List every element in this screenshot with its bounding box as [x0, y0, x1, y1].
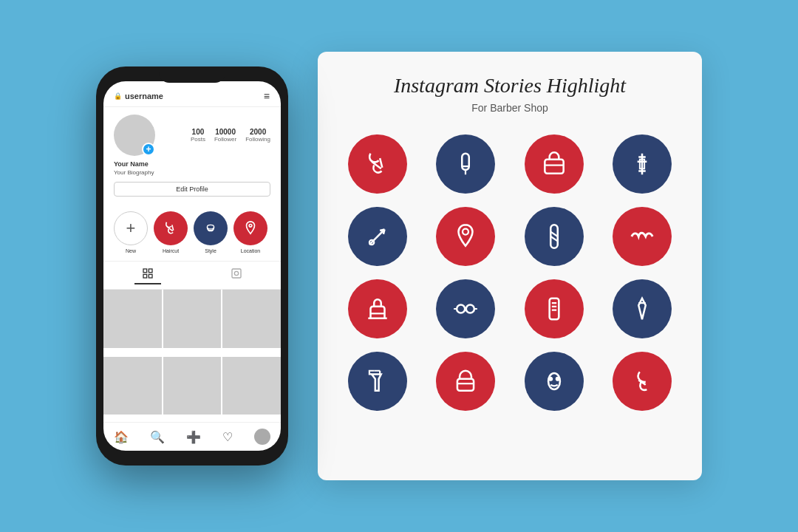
phone-notch [159, 66, 225, 83]
highlight-style[interactable]: Style [194, 211, 228, 253]
profile-nav-dot[interactable] [254, 429, 270, 445]
heart-nav-icon[interactable]: ♡ [222, 430, 233, 444]
following-count: 2000 [250, 128, 266, 136]
svg-rect-6 [232, 269, 241, 278]
comb-scissors-icon-circle [613, 352, 672, 411]
grid-cell-3 [222, 290, 281, 348]
razor-icon-circle [613, 134, 672, 194]
edit-profile-button[interactable]: Edit Profile [114, 182, 270, 197]
barber-pole-icon-circle [525, 207, 584, 266]
highlight-new-circle: + [114, 211, 148, 245]
grid-tab[interactable] [134, 266, 161, 284]
ig-highlights: + New Haircut [103, 204, 281, 262]
highlight-haircut-label: Haircut [163, 248, 179, 253]
svg-rect-9 [545, 160, 563, 174]
svg-point-1 [249, 225, 252, 228]
kit-icon-circle [525, 134, 584, 194]
profile-bio: Your Biography [114, 169, 270, 176]
ig-bottom-nav: 🏠 🔍 ➕ ♡ [103, 422, 281, 451]
highlight-haircut[interactable]: Haircut [154, 211, 188, 253]
svg-point-14 [457, 304, 465, 313]
grid-cell-5 [163, 357, 222, 415]
svg-point-12 [463, 229, 468, 235]
cream-jar-icon-circle [436, 352, 495, 411]
highlight-haircut-circle [154, 211, 188, 245]
grid-cell-1 [103, 290, 162, 348]
svg-rect-8 [463, 154, 470, 170]
mustache-trim-icon-circle [613, 207, 672, 266]
highlight-location-label: Location [241, 248, 260, 253]
clippers-icon-circle [525, 352, 584, 411]
spray-bottle-icon-circle [348, 352, 407, 411]
posts-label: Posts [191, 136, 205, 143]
grid-cell-4 [103, 357, 162, 415]
ig-username-container: 🔒 username [114, 92, 163, 100]
icons-grid [340, 134, 680, 411]
username-text: username [125, 92, 163, 100]
grid-cell-2 [163, 290, 222, 348]
highlight-style-circle [194, 211, 228, 245]
profile-top: + 100 Posts 10000 Follower [114, 115, 270, 156]
ig-stats: 100 Posts 10000 Follower 2000 Following [163, 128, 270, 143]
svg-rect-2 [143, 269, 147, 273]
avatar-plus-button[interactable]: + [142, 143, 155, 156]
panel-subtitle: For Barber Shop [471, 102, 548, 114]
svg-point-20 [556, 378, 559, 380]
phone-wrapper: 🔒 username ≡ + 100 [96, 66, 288, 466]
highlight-location[interactable]: Location [233, 211, 267, 253]
ig-profile: + 100 Posts 10000 Follower [103, 107, 281, 204]
svg-rect-5 [149, 274, 152, 278]
followers-label: Follower [214, 136, 236, 143]
posts-stat: 100 Posts [191, 128, 205, 143]
home-nav-icon[interactable]: 🏠 [114, 430, 129, 444]
svg-point-7 [234, 271, 238, 275]
phone-screen: 🔒 username ≡ + 100 [103, 81, 281, 451]
blade-icon-circle [348, 207, 407, 266]
avatar-wrap: + [114, 115, 155, 156]
ig-tabs [103, 262, 281, 290]
svg-point-19 [549, 378, 551, 380]
posts-count: 100 [192, 128, 205, 136]
highlight-location-circle [233, 211, 267, 245]
following-stat: 2000 Following [245, 128, 270, 143]
main-container: 🔒 username ≡ + 100 [0, 0, 798, 532]
highlight-style-label: Style [205, 248, 216, 253]
svg-rect-17 [457, 379, 474, 391]
add-nav-icon[interactable]: ➕ [186, 430, 201, 444]
phone: 🔒 username ≡ + 100 [96, 66, 288, 466]
svg-rect-4 [143, 274, 147, 278]
right-panel: Instagram Stories Highlight For Barber S… [318, 52, 702, 480]
grid-cell-6 [222, 357, 281, 415]
barber-chair-icon-circle [348, 279, 407, 338]
location-pin-icon-circle [436, 207, 495, 266]
profile-name: Your Name [114, 160, 270, 168]
shaver-icon-circle [525, 279, 584, 338]
search-nav-icon[interactable]: 🔍 [150, 430, 165, 444]
followers-count: 10000 [215, 128, 236, 136]
svg-point-0 [207, 225, 214, 229]
ig-header: 🔒 username ≡ [103, 81, 281, 107]
highlight-new[interactable]: + New [114, 211, 148, 253]
tie-icon-circle [613, 279, 672, 338]
svg-point-15 [466, 304, 474, 313]
glasses-icon-circle [436, 279, 495, 338]
highlight-new-label: New [126, 248, 136, 253]
followers-stat: 10000 Follower [214, 128, 236, 143]
lock-icon: 🔒 [114, 92, 122, 100]
tagged-tab[interactable] [223, 266, 250, 284]
trimmer-icon-circle [436, 134, 495, 194]
svg-rect-3 [149, 269, 152, 273]
svg-point-18 [548, 373, 560, 389]
following-label: Following [245, 136, 270, 143]
svg-rect-16 [549, 299, 559, 320]
menu-icon[interactable]: ≡ [264, 90, 270, 102]
scissors-icon-circle [348, 134, 407, 194]
panel-title: Instagram Stories Highlight [394, 74, 626, 98]
ig-posts-grid [103, 290, 281, 422]
